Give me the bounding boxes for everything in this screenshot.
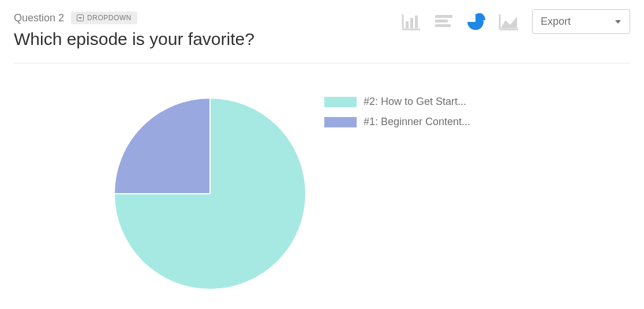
- svg-rect-6: [435, 15, 452, 18]
- pie-slice[interactable]: [114, 98, 210, 194]
- legend-item[interactable]: #1: Beginner Content...: [324, 116, 470, 128]
- chart-area: #2: How to Get Start...#1: Beginner Cont…: [14, 63, 630, 292]
- caret-down-icon: [615, 19, 621, 25]
- svg-rect-4: [410, 18, 413, 28]
- list-view-icon[interactable]: [434, 13, 454, 31]
- svg-rect-3: [406, 21, 409, 28]
- legend-swatch: [324, 97, 357, 107]
- legend-label: #1: Beginner Content...: [364, 116, 470, 128]
- dropdown-badge-icon: [77, 14, 84, 21]
- svg-rect-7: [435, 20, 448, 22]
- pie-chart: [112, 96, 308, 292]
- export-button[interactable]: Export: [532, 9, 630, 34]
- question-title: Which episode is your favorite?: [14, 28, 254, 50]
- legend-item[interactable]: #2: How to Get Start...: [324, 96, 470, 108]
- pie-chart-icon[interactable]: [466, 13, 486, 31]
- area-chart-icon[interactable]: [499, 13, 519, 31]
- chart-controls: Export: [402, 9, 630, 34]
- bar-chart-icon[interactable]: [402, 13, 421, 31]
- legend-swatch: [324, 117, 357, 127]
- question-type-label: DROPDOWN: [87, 14, 132, 22]
- svg-rect-8: [435, 24, 451, 27]
- svg-rect-5: [415, 16, 418, 28]
- question-number: Question 2: [14, 12, 64, 24]
- export-button-label: Export: [541, 16, 571, 28]
- chart-legend: #2: How to Get Start...#1: Beginner Cont…: [324, 96, 470, 128]
- title-row: Which episode is your favorite?: [14, 28, 630, 63]
- question-type-badge: DROPDOWN: [71, 12, 137, 24]
- legend-label: #2: How to Get Start...: [364, 96, 466, 108]
- view-type-icons: [402, 13, 519, 31]
